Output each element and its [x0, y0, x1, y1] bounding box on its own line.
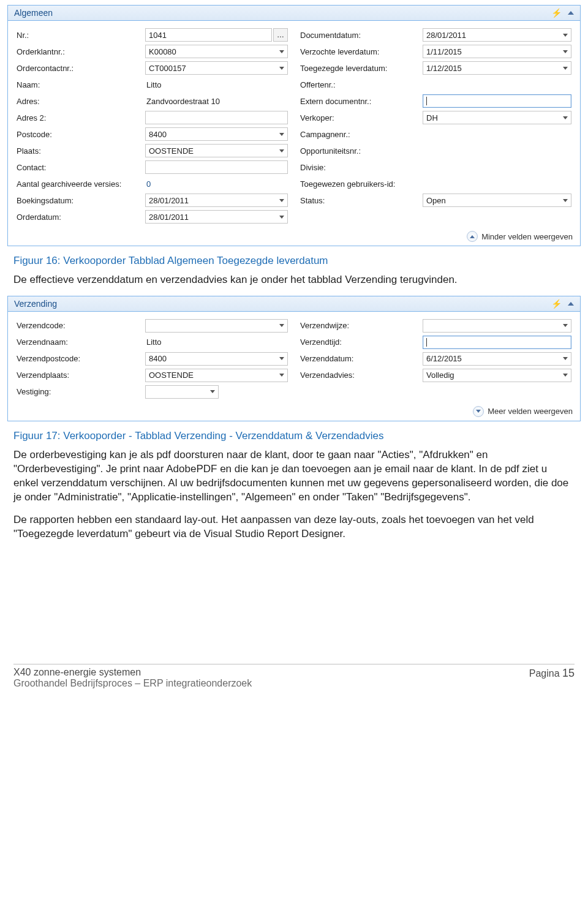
chevron-down-icon: [563, 116, 568, 119]
lightning-icon[interactable]: ⚡: [551, 299, 562, 309]
field-label: Adres 2:: [17, 113, 145, 122]
chevron-down-icon: [279, 324, 284, 327]
panel-verzending-header[interactable]: Verzending ⚡: [8, 296, 580, 312]
field-value: Zandvoordestraat 10: [145, 96, 288, 107]
dropdown[interactable]: CT000157: [145, 61, 288, 75]
static-text: [423, 183, 571, 184]
dropdown[interactable]: 8400: [145, 352, 288, 366]
form-row: Aantal gearchiveerde versies:0: [17, 176, 288, 191]
text-input[interactable]: [145, 111, 288, 124]
static-text: [423, 150, 571, 151]
form-row: Verzochte leverdatum:1/11/2015: [300, 44, 571, 59]
field-value: [145, 160, 288, 174]
dropdown[interactable]: OOSTENDE: [145, 144, 288, 157]
dropdown[interactable]: 1/12/2015: [423, 61, 571, 75]
toggle-fields-button[interactable]: Minder velden weergeven: [467, 231, 573, 242]
field-value: K00080: [145, 45, 288, 58]
form-row: Verzendadvies:Volledig: [300, 368, 571, 383]
dropdown[interactable]: [145, 385, 219, 399]
field-value: [145, 319, 288, 333]
dropdown[interactable]: 28/01/2011: [145, 194, 288, 207]
dropdown[interactable]: 6/12/2015: [423, 352, 571, 366]
field-value: [145, 111, 288, 124]
dropdown[interactable]: K00080: [145, 45, 288, 58]
dropdown[interactable]: 1/11/2015: [423, 45, 571, 58]
field-label: Contact:: [17, 163, 145, 172]
field-value: 1041…: [145, 28, 288, 42]
form-row: Adres 2:: [17, 110, 288, 125]
field-value: [423, 84, 571, 85]
field-label: Verzendplaats:: [17, 371, 145, 380]
dropdown[interactable]: OOSTENDE: [145, 369, 288, 382]
field-label: Extern documentnr.:: [300, 97, 423, 106]
text-input[interactable]: [145, 160, 288, 174]
chevron-up-icon: [467, 231, 478, 242]
field-label: Adres:: [17, 97, 145, 106]
form-row: Verzendcode:: [17, 318, 288, 333]
form-row: Verkoper:DH: [300, 110, 571, 125]
field-value: [423, 150, 571, 151]
field-label: Verzenddatum:: [300, 354, 423, 363]
field-label: Naam:: [17, 80, 145, 89]
chevron-down-icon: [210, 390, 215, 393]
field-value: [423, 167, 571, 168]
panel-algemeen-body: Nr.:1041…Orderklantnr.:K00080Ordercontac…: [8, 21, 580, 227]
field-value: 1/12/2015: [423, 61, 571, 75]
panel-algemeen: Algemeen ⚡ Nr.:1041…Orderklantnr.:K00080…: [7, 5, 581, 246]
field-label: Toegezegde leverdatum:: [300, 64, 423, 73]
text-input[interactable]: [423, 336, 571, 349]
chevron-down-icon: [279, 50, 284, 53]
dropdown[interactable]: Volledig: [423, 369, 571, 382]
field-value: DH: [423, 111, 571, 124]
panel-algemeen-header[interactable]: Algemeen ⚡: [8, 6, 580, 21]
field-value: [423, 319, 571, 333]
text-input[interactable]: 1041: [145, 28, 272, 42]
field-value: Open: [423, 194, 571, 207]
field-value: CT000157: [145, 61, 288, 75]
dropdown[interactable]: 8400: [145, 127, 288, 141]
field-value: [145, 385, 288, 399]
form-row: Status:Open: [300, 193, 571, 208]
field-value: 8400: [145, 127, 288, 141]
form-row: Extern documentnr.:: [300, 94, 571, 108]
footer-left-1: X40 zonne-energie systemen: [13, 667, 252, 678]
field-label: Opportuniteitsnr.:: [300, 146, 423, 156]
form-row: Verzendtijd:: [300, 335, 571, 350]
form-row: Naam:Litto: [17, 77, 288, 92]
collapse-icon[interactable]: [568, 11, 574, 15]
dropdown[interactable]: 28/01/2011: [423, 28, 571, 42]
collapse-icon[interactable]: [568, 302, 574, 306]
field-label: Toegewezen gebruikers-id:: [300, 179, 423, 189]
dropdown[interactable]: 28/01/2011: [145, 210, 288, 224]
field-label: Orderdatum:: [17, 213, 145, 222]
panel-verzending-body: Verzendcode:Verzendnaam:LittoVerzendpost…: [8, 312, 580, 402]
dropdown[interactable]: Open: [423, 194, 571, 207]
field-value: [423, 94, 571, 108]
paragraph-1: De effectieve verzenddatum en verzendadv…: [13, 273, 575, 287]
page-footer: X40 zonne-energie systemen Groothandel B…: [13, 664, 575, 689]
field-label: Campagnenr.:: [300, 130, 423, 139]
form-row: Divisie:: [300, 160, 571, 175]
lightning-icon[interactable]: ⚡: [551, 8, 562, 18]
chevron-down-icon: [279, 133, 284, 136]
dropdown[interactable]: [145, 319, 288, 333]
field-value: Litto: [145, 80, 288, 90]
toggle-fields-button[interactable]: Meer velden weergeven: [473, 406, 573, 417]
field-label: Aantal gearchiveerde versies:: [17, 179, 145, 189]
dropdown[interactable]: [423, 319, 571, 333]
dropdown[interactable]: DH: [423, 111, 571, 124]
link-value[interactable]: 0: [145, 179, 288, 189]
panel-algemeen-title: Algemeen: [14, 8, 53, 18]
form-row: Boekingsdatum:28/01/2011: [17, 193, 288, 208]
form-row: Campagnenr.:: [300, 127, 571, 141]
panel-verzending: Verzending ⚡ Verzendcode:Verzendnaam:Lit…: [7, 296, 581, 421]
text-input[interactable]: [423, 94, 571, 108]
lookup-button[interactable]: …: [273, 28, 288, 42]
field-value: 28/01/2011: [145, 194, 288, 207]
chevron-down-icon: [563, 50, 568, 53]
field-label: Nr.:: [17, 31, 145, 40]
field-label: Postcode:: [17, 130, 145, 139]
form-row: Verzendplaats:OOSTENDE: [17, 368, 288, 383]
chevron-down-icon: [279, 199, 284, 202]
toggle-fields-label: Meer velden weergeven: [488, 407, 573, 416]
